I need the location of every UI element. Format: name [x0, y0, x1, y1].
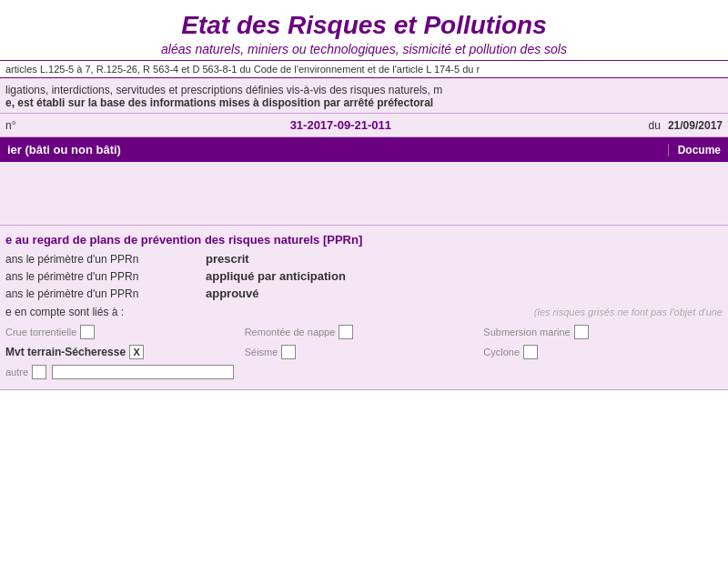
pprn-row-3-label: ans le périmètre d'un PPRn — [5, 287, 206, 300]
ref-value: 31-2017-09-21-011 — [33, 118, 649, 132]
risk-seisme-checkbox[interactable] — [281, 345, 296, 359]
risk-crue-torrentielle-label: Crue torrentielle — [5, 327, 76, 337]
pprn-section: e au regard de plans de prévention des r… — [0, 226, 728, 390]
description-block: ligations, interdictions, servitudes et … — [0, 78, 728, 114]
ref-du-label: du — [649, 119, 661, 132]
risk-submersion-marine-checkbox[interactable] — [574, 325, 589, 339]
ref-date: 21/09/2017 — [668, 119, 723, 132]
risk-crue-torrentielle: Crue torrentielle — [5, 325, 227, 339]
risk-cyclone-checkbox[interactable] — [523, 345, 538, 359]
page-subtitle: aléas naturels, miniers ou technologique… — [9, 42, 719, 56]
risk-remontee-nappe-label: Remontée de nappe — [245, 327, 336, 337]
risk-autre: autre — [5, 365, 704, 379]
risk-submersion-marine-label: Submersion marine — [483, 327, 570, 337]
risk-row-2: Mvt terrain-Sécheresse X Séisme Cyclone — [0, 342, 728, 362]
risk-remontee-nappe: Remontée de nappe — [245, 325, 466, 339]
section-bati-left: ier (bâti ou non bâti) — [7, 143, 668, 156]
pprn-row-1-value: prescrit — [206, 252, 249, 266]
risk-row-3: autre — [0, 362, 728, 382]
page-container: Etat des Risques et Pollutions aléas nat… — [0, 0, 728, 390]
risk-remontee-nappe-checkbox[interactable] — [339, 325, 353, 339]
risk-mvt-terrain-label: Mvt terrain-Sécheresse — [5, 346, 126, 358]
empty-area — [0, 162, 728, 226]
risk-mvt-terrain-checkbox[interactable]: X — [129, 345, 144, 359]
risk-seisme: Séisme — [245, 345, 466, 359]
risk-autre-checkbox[interactable] — [32, 365, 46, 379]
risk-row-1: Crue torrentielle Remontée de nappe Subm… — [0, 322, 728, 342]
pprn-row-3-value: approuvé — [206, 287, 259, 300]
section-bati-header: ier (bâti ou non bâti) Docume — [0, 137, 728, 162]
risk-crue-torrentielle-checkbox[interactable] — [80, 325, 95, 339]
risks-note: (les risques grisés ne font pas l'objet … — [534, 307, 723, 317]
risk-submersion-marine: Submersion marine — [483, 325, 704, 339]
risk-mvt-terrain: Mvt terrain-Sécheresse X — [5, 345, 227, 359]
pprn-title: e au regard de plans de prévention des r… — [0, 226, 728, 250]
pprn-row-2-label: ans le périmètre d'un PPRn — [5, 270, 206, 283]
risk-seisme-label: Séisme — [245, 347, 278, 357]
info-bar: articles L.125-5 à 7, R.125-26, R 563-4 … — [0, 60, 728, 78]
header: Etat des Risques et Pollutions aléas nat… — [0, 0, 728, 60]
risk-cyclone: Cyclone — [483, 345, 704, 359]
risk-autre-text-field[interactable] — [52, 365, 234, 379]
pprn-row-1: ans le périmètre d'un PPRn prescrit — [0, 250, 728, 267]
risks-label: e en compte sont liés à : — [5, 306, 534, 318]
pprn-row-1-label: ans le périmètre d'un PPRn — [5, 253, 206, 266]
risk-cyclone-label: Cyclone — [483, 347, 520, 357]
reference-row: n° 31-2017-09-21-011 du 21/09/2017 — [0, 114, 728, 137]
pprn-row-3: ans le périmètre d'un PPRn approuvé — [0, 285, 728, 302]
section-bati-right: Docume — [668, 144, 721, 156]
risk-autre-label: autre — [5, 367, 28, 378]
description-line1: ligations, interdictions, servitudes et … — [5, 84, 723, 96]
pprn-row-2-value: appliqué par anticipation — [206, 269, 346, 283]
page-title: Etat des Risques et Pollutions — [9, 11, 719, 40]
info-bar-text: articles L.125-5 à 7, R.125-26, R 563-4 … — [5, 64, 480, 75]
pprn-row-2: ans le périmètre d'un PPRn appliqué par … — [0, 267, 728, 285]
ref-label: n° — [5, 119, 33, 132]
description-line2: e, est établi sur la base des informatio… — [5, 96, 723, 109]
risk-items-area: Crue torrentielle Remontée de nappe Subm… — [0, 318, 728, 389]
